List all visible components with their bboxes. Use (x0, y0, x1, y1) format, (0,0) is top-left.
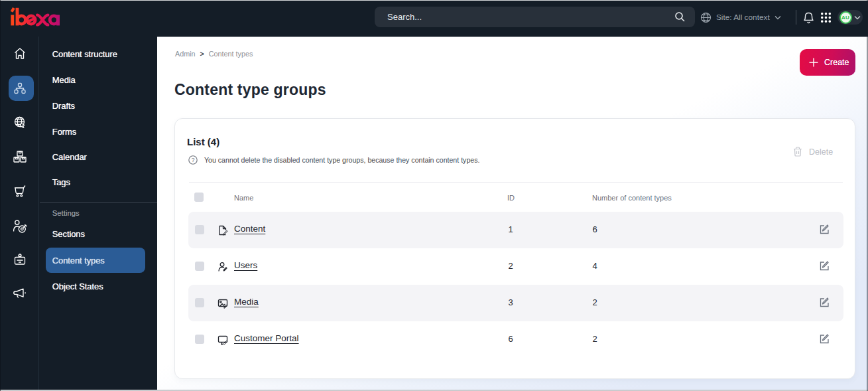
svg-text:?: ? (192, 157, 195, 163)
